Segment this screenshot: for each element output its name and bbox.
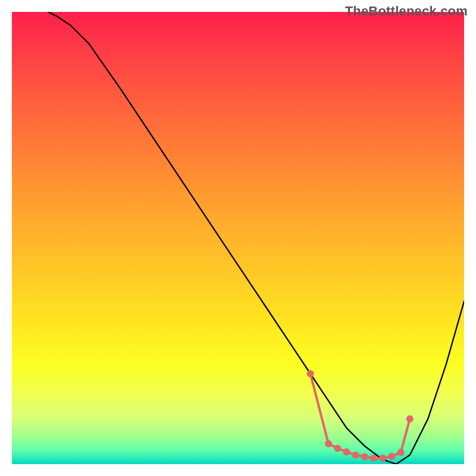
optimal-range-dots [307, 370, 414, 462]
bottleneck-curve [48, 12, 464, 464]
optimal-dot [352, 452, 359, 459]
optimal-dot [334, 444, 341, 452]
optimal-range-curve [311, 374, 410, 458]
optimal-dot [406, 415, 414, 422]
optimal-dot [397, 449, 405, 456]
optimal-dot [343, 448, 350, 455]
optimal-dot [361, 453, 368, 461]
optimal-dot [325, 440, 332, 447]
optimal-dot [307, 370, 314, 377]
optimal-dot [370, 455, 377, 462]
watermark-label: TheBottleneck.com [345, 4, 468, 19]
plot-area [12, 12, 464, 464]
optimal-dot [379, 455, 386, 462]
chart-container: TheBottleneck.com [0, 0, 476, 476]
chart-svg [12, 12, 464, 464]
optimal-dot [388, 453, 395, 460]
